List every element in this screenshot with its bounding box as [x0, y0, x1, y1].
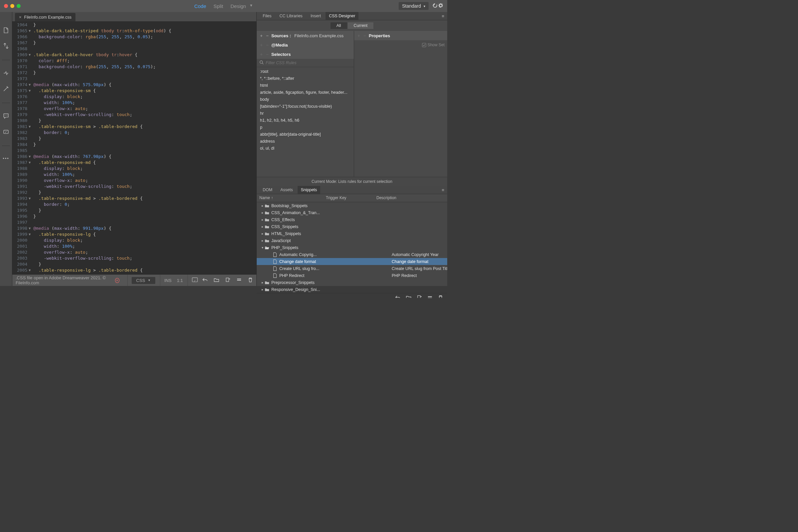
- tab-insert[interactable]: Insert: [307, 12, 324, 20]
- tab-assets[interactable]: Assets: [277, 186, 296, 194]
- left-tool-rail: •••: [0, 12, 12, 286]
- close-icon[interactable]: ×: [19, 15, 22, 20]
- show-set-row: Show Set: [354, 40, 447, 50]
- sf-new-snippet-icon[interactable]: [417, 295, 422, 298]
- svg-point-8: [260, 61, 263, 63]
- sb-undo-icon[interactable]: [203, 277, 208, 284]
- selector-list[interactable]: :root*, *::before, *::afterhtmlarticle, …: [257, 67, 354, 177]
- behaviors-icon[interactable]: [3, 129, 9, 136]
- selector-item[interactable]: :root: [257, 68, 354, 75]
- sources-label: Sources :: [271, 33, 291, 38]
- snippet-row[interactable]: Automatic Copyrig...Automatic Copyright …: [257, 251, 447, 258]
- window-controls: [4, 4, 21, 8]
- tab-snippets[interactable]: Snippets: [298, 186, 321, 194]
- add-source-button[interactable]: +: [259, 33, 263, 38]
- workspace-switcher[interactable]: Standard ▾: [399, 2, 429, 10]
- minimize-window-icon[interactable]: [10, 4, 14, 8]
- more-icon[interactable]: •••: [3, 156, 9, 161]
- snippet-row[interactable]: Change date formatChange date format: [257, 258, 447, 265]
- media-label: @Media: [271, 42, 288, 48]
- sb-folder-icon[interactable]: [214, 277, 219, 284]
- tab-files[interactable]: Files: [259, 12, 274, 20]
- snippet-row[interactable]: ▸Responsive_Design_Sni...: [257, 286, 447, 293]
- col-trigger[interactable]: Trigger Key: [323, 194, 374, 202]
- col-desc[interactable]: Description: [374, 194, 447, 202]
- sf-insert-icon[interactable]: [427, 295, 433, 298]
- add-media-button[interactable]: +: [259, 42, 263, 48]
- col-name[interactable]: Name ↑: [257, 194, 323, 202]
- snippet-row[interactable]: ▸Bootstrap_Snippets: [257, 202, 447, 209]
- chevron-down-icon: ▾: [424, 4, 425, 8]
- tab-dom[interactable]: DOM: [259, 186, 276, 194]
- comment-icon[interactable]: [3, 113, 9, 120]
- insert-mode[interactable]: INS: [164, 278, 172, 283]
- language-mode-selector[interactable]: CSS ▼: [132, 277, 156, 284]
- selector-item[interactable]: abbr[title], abbr[data-original-title]: [257, 131, 354, 138]
- selector-item[interactable]: [tabindex="-1"]:focus:not(:focus-visible…: [257, 103, 354, 110]
- selector-item[interactable]: h1, h2, h3, h4, h5, h6: [257, 117, 354, 124]
- selector-item[interactable]: body: [257, 96, 354, 103]
- sb-new-icon[interactable]: [225, 277, 230, 284]
- error-indicator-icon[interactable]: ×: [115, 278, 119, 283]
- snippet-row[interactable]: ▸CSS_Snippets: [257, 223, 447, 230]
- sync-settings-icon[interactable]: [433, 3, 438, 9]
- sf-trash-icon[interactable]: [438, 295, 443, 298]
- view-tab-design[interactable]: Design: [230, 3, 246, 9]
- selector-item[interactable]: hr: [257, 110, 354, 117]
- snippet-row[interactable]: ▸JavaScript: [257, 237, 447, 244]
- sources-header: + − Sources : FileInfo.com Example.css: [257, 31, 354, 40]
- snippet-columns: Name ↑ Trigger Key Description: [257, 194, 447, 202]
- maximize-window-icon[interactable]: [17, 4, 21, 8]
- gear-icon[interactable]: [438, 3, 443, 9]
- show-set-toggle[interactable]: Show Set: [422, 42, 444, 47]
- file-tab[interactable]: × FileInfo.com Example.css: [15, 13, 75, 21]
- wand-icon[interactable]: [3, 86, 9, 93]
- chevron-down-icon[interactable]: ▼: [249, 3, 253, 9]
- preview-icon[interactable]: [192, 277, 198, 284]
- add-prop-button[interactable]: +: [357, 33, 361, 38]
- sf-folder-icon[interactable]: [406, 295, 411, 298]
- snippet-row[interactable]: Create URL slug fro...Create URL slug fr…: [257, 265, 447, 272]
- snippet-row[interactable]: ▸Preprocessor_Snippets: [257, 279, 447, 286]
- manage-sites-icon[interactable]: [3, 43, 9, 50]
- snippet-row[interactable]: ▸CSS_Animation_&_Tran...: [257, 209, 447, 216]
- snippet-row[interactable]: ▸HTML_Snippets: [257, 230, 447, 237]
- panel-menu-icon[interactable]: ≡: [441, 188, 444, 192]
- selector-item[interactable]: *, *::before, *::after: [257, 75, 354, 82]
- view-mode-tabs: Code Split Design ▼: [194, 3, 253, 9]
- remove-selector-button[interactable]: −: [265, 52, 269, 57]
- panel-menu-icon[interactable]: ≡: [441, 14, 444, 19]
- snippet-row[interactable]: ▸CSS_Effects: [257, 216, 447, 223]
- sb-more-icon[interactable]: [236, 277, 242, 284]
- selector-item[interactable]: address: [257, 138, 354, 145]
- source-file-name[interactable]: FileInfo.com Example.css: [294, 33, 343, 38]
- current-button[interactable]: Current: [348, 22, 374, 29]
- view-tab-split[interactable]: Split: [213, 3, 223, 9]
- snippet-tree[interactable]: ▸Bootstrap_Snippets▸CSS_Animation_&_Tran…: [257, 202, 447, 293]
- code-editor[interactable]: 1964▼1965▼1966▼1967▼1968▼1969▼1970▼1971▼…: [12, 21, 256, 274]
- filter-input[interactable]: [266, 60, 351, 65]
- snippet-row[interactable]: PHP RedirectPHP Redirect: [257, 272, 447, 279]
- selector-item[interactable]: p: [257, 124, 354, 131]
- status-bar: .CSS file open in Adobe Dreamweaver 2021…: [12, 274, 256, 286]
- svg-rect-12: [428, 298, 432, 298]
- add-selector-button[interactable]: +: [259, 52, 263, 57]
- all-button[interactable]: All: [330, 22, 347, 29]
- tab-cc-libraries[interactable]: CC Libraries: [276, 12, 306, 20]
- file-icon[interactable]: [3, 27, 9, 34]
- selector-item[interactable]: html: [257, 82, 354, 89]
- snippet-row[interactable]: ▾PHP_Snippets: [257, 244, 447, 251]
- sf-undo-icon[interactable]: [395, 295, 401, 298]
- sb-trash-icon[interactable]: [248, 277, 253, 284]
- search-icon: [259, 60, 264, 65]
- remove-prop-button[interactable]: −: [363, 33, 367, 38]
- close-window-icon[interactable]: [4, 4, 8, 8]
- remove-media-button[interactable]: −: [265, 42, 269, 48]
- extract-icon[interactable]: [3, 70, 9, 77]
- properties-label: Properties: [369, 33, 390, 38]
- remove-source-button[interactable]: −: [265, 33, 269, 38]
- view-tab-code[interactable]: Code: [194, 3, 206, 9]
- tab-css-designer[interactable]: CSS Designer: [325, 12, 358, 20]
- selector-item[interactable]: ol, ul, dl: [257, 145, 354, 152]
- selector-item[interactable]: article, aside, figcaption, figure, foot…: [257, 89, 354, 96]
